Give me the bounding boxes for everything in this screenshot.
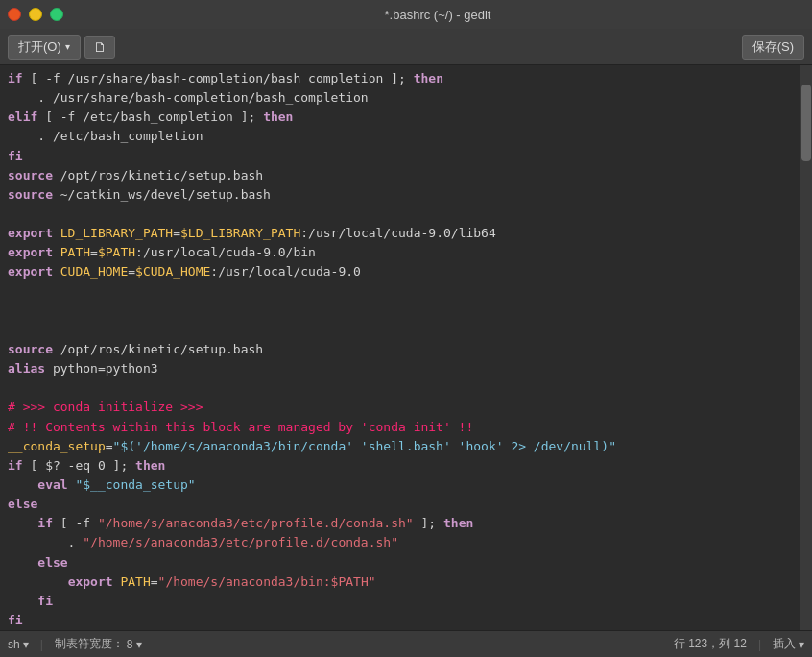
window-title: *.bashrc (~/) - gedit [71, 8, 804, 22]
tab-width-selector[interactable]: 制表符宽度： 8 ▾ [55, 636, 142, 652]
toolbar: 打开(O) ▾ 🗋 保存(S) [0, 29, 812, 65]
mode-chevron-icon: ▾ [799, 638, 804, 651]
maximize-button[interactable] [50, 8, 63, 21]
insert-mode-selector[interactable]: 插入 ▾ [773, 636, 804, 652]
close-button[interactable] [8, 8, 21, 21]
insert-mode-label: 插入 [773, 636, 796, 652]
code-content: if [ -f /usr/share/bash-completion/bash_… [8, 69, 793, 630]
cursor-position: 行 123，列 12 [674, 636, 747, 652]
tab-width-value: 8 [127, 638, 133, 651]
open-button[interactable]: 打开(O) ▾ [8, 35, 81, 60]
lang-chevron-icon: ▾ [23, 638, 29, 651]
language-label: sh [8, 638, 20, 651]
scrollbar[interactable] [800, 65, 812, 630]
language-selector[interactable]: sh ▾ [8, 638, 29, 651]
position-label: 行 123，列 12 [674, 636, 747, 652]
minimize-button[interactable] [29, 8, 42, 21]
tab-width-text: 制表符宽度： [55, 636, 124, 652]
new-file-icon: 🗋 [93, 39, 107, 55]
save-button[interactable]: 保存(S) [742, 35, 804, 60]
new-file-button[interactable]: 🗋 [84, 36, 115, 59]
save-label: 保存(S) [752, 39, 794, 54]
statusbar: sh ▾ | 制表符宽度： 8 ▾ 行 123，列 12 | 插入 ▾ [0, 630, 812, 657]
scrollbar-thumb[interactable] [801, 85, 811, 161]
chevron-down-icon: ▾ [65, 41, 70, 52]
separator-1: | [40, 638, 43, 651]
tab-chevron-icon: ▾ [136, 638, 142, 651]
titlebar: *.bashrc (~/) - gedit [0, 0, 812, 29]
open-label: 打开(O) [18, 38, 61, 56]
code-editor[interactable]: if [ -f /usr/share/bash-completion/bash_… [0, 65, 800, 630]
separator-2: | [758, 638, 761, 651]
editor-container: if [ -f /usr/share/bash-completion/bash_… [0, 65, 812, 630]
